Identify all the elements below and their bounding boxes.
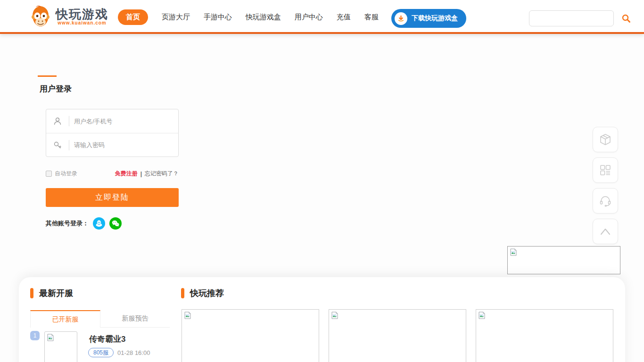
recommended-cards: [182, 309, 613, 362]
floating-gamebox-button[interactable]: [593, 127, 618, 152]
recommended-card-placeholder[interactable]: [476, 309, 613, 362]
main-nav: 首页 页游大厅 手游中心 快玩游戏盒 用户中心 充值 客服: [118, 0, 379, 34]
broken-image-icon: [510, 248, 517, 256]
nav-item-game-box[interactable]: 快玩游戏盒: [246, 13, 281, 22]
floating-apps-button[interactable]: [593, 157, 618, 183]
nav-item-webgame-hall[interactable]: 页游大厅: [162, 13, 190, 22]
recommended-card-placeholder[interactable]: [182, 309, 319, 362]
auto-login-checkbox[interactable]: [46, 171, 52, 177]
site-logo[interactable]: 快玩游戏 www.kuaiwan.com: [29, 5, 108, 28]
floating-support-button[interactable]: [593, 188, 618, 214]
user-icon: [46, 116, 69, 126]
ad-banner-placeholder[interactable]: [507, 246, 620, 274]
username-input[interactable]: [69, 118, 178, 125]
nav-item-user-center[interactable]: 用户中心: [295, 13, 323, 22]
download-gamebox-button[interactable]: 下载快玩游戏盒: [391, 9, 466, 28]
username-row: [46, 109, 178, 133]
recommended-title: 快玩推荐: [190, 288, 224, 299]
password-input[interactable]: [69, 141, 178, 148]
rank-badge: 1: [30, 331, 40, 340]
headset-support-icon: [598, 194, 612, 208]
broken-image-icon: [478, 312, 486, 319]
login-options-row: 自动登录 免费注册 | 忘记密码了？: [46, 170, 179, 178]
nav-item-recharge[interactable]: 充值: [337, 13, 351, 22]
section-accent-bar: [181, 288, 184, 298]
auto-login-label[interactable]: 自动登录: [55, 170, 77, 178]
nav-item-home[interactable]: 首页: [118, 9, 148, 25]
tab-opened-servers[interactable]: 已开新服: [30, 310, 100, 328]
qq-icon: [95, 219, 103, 228]
server-tabs: 已开新服 新服预告: [30, 310, 170, 328]
brand-url: www.kuaiwan.com: [58, 20, 107, 25]
login-links: 免费注册 | 忘记密码了？: [115, 170, 179, 178]
server-info-line: 805服 01-28 16:00: [88, 348, 150, 357]
broken-image-icon: [184, 312, 191, 319]
wechat-icon: [111, 219, 120, 228]
login-panel: 用户登录: [38, 75, 189, 230]
new-servers-header: 最新开服: [30, 288, 73, 299]
broken-image-icon: [331, 312, 339, 319]
apps-grid-icon: [598, 163, 612, 177]
section-accent-bar: [30, 288, 33, 298]
password-row: [46, 133, 178, 156]
free-register-link[interactable]: 免费注册: [115, 170, 138, 178]
search-box: [529, 10, 614, 26]
download-button-label: 下载快玩游戏盒: [412, 14, 458, 23]
other-login-label: 其他账号登录：: [46, 219, 89, 228]
search-input[interactable]: [529, 11, 621, 26]
recommended-header: 快玩推荐: [181, 288, 224, 299]
search-icon: [621, 13, 631, 24]
link-separator: |: [140, 171, 142, 177]
key-icon: [46, 140, 69, 150]
logo-text: 快玩游戏 www.kuaiwan.com: [56, 8, 108, 25]
login-fields-card: [46, 109, 179, 157]
floating-back-to-top-button[interactable]: [593, 219, 618, 244]
nav-item-support[interactable]: 客服: [364, 13, 379, 22]
broken-image-icon: [47, 334, 54, 341]
brand-name: 快玩游戏: [56, 8, 108, 20]
tab-upcoming-servers[interactable]: 新服预告: [100, 310, 170, 328]
new-servers-title: 最新开服: [39, 288, 73, 299]
recommended-card-placeholder[interactable]: [329, 309, 466, 362]
server-number-badge: 805服: [88, 348, 114, 357]
login-title: 用户登录: [40, 83, 189, 94]
bottom-content-panel: 最新开服 已开新服 新服预告 1 传奇霸业3 805服 01-28 16:00: [19, 277, 625, 362]
game-title[interactable]: 传奇霸业3: [89, 334, 125, 345]
monkey-mascot-icon: [29, 5, 52, 28]
server-open-time: 01-28 16:00: [117, 349, 150, 356]
page: 快玩游戏 www.kuaiwan.com 首页 页游大厅 手游中心 快玩游戏盒 …: [0, 0, 644, 362]
login-accent-line: [38, 75, 57, 77]
top-navbar: 快玩游戏 www.kuaiwan.com 首页 页游大厅 手游中心 快玩游戏盒 …: [0, 0, 644, 34]
qq-login-button[interactable]: [93, 217, 105, 230]
other-login-row: 其他账号登录：: [46, 217, 189, 230]
wechat-login-button[interactable]: [109, 217, 122, 230]
login-submit-button[interactable]: 立即登陆: [46, 188, 179, 207]
game-thumbnail-placeholder[interactable]: [44, 331, 77, 362]
search-button[interactable]: [621, 11, 631, 26]
download-icon: [395, 12, 407, 25]
floating-toolbar: [593, 127, 618, 244]
back-to-top-icon: [598, 224, 613, 239]
game-box-icon: [598, 132, 612, 147]
nav-item-mobile-center[interactable]: 手游中心: [204, 13, 232, 22]
forgot-password-link[interactable]: 忘记密码了？: [145, 170, 179, 178]
